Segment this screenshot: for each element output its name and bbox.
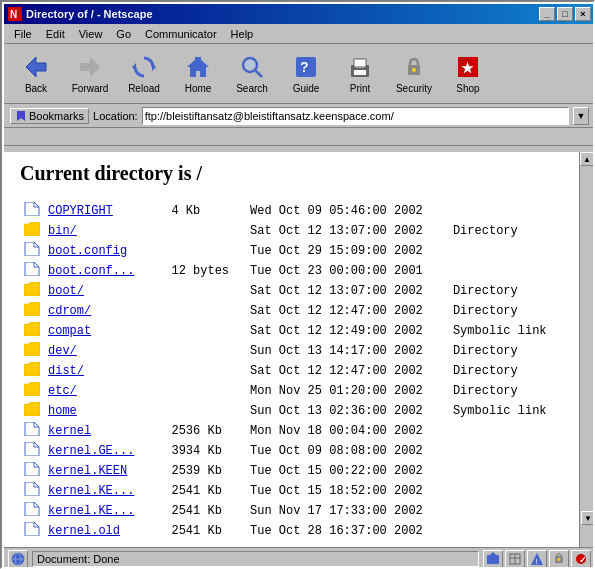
- file-type-cell: [449, 261, 563, 281]
- back-button[interactable]: Back: [10, 48, 62, 100]
- file-size-cell: 2541 Kb: [167, 521, 246, 541]
- menu-file[interactable]: File: [8, 26, 38, 42]
- file-type-cell: [449, 521, 563, 541]
- close-button[interactable]: ×: [575, 7, 591, 21]
- search-button[interactable]: Search: [226, 48, 278, 100]
- file-date-cell: Sun Oct 13 14:17:00 2002: [246, 341, 449, 361]
- file-link[interactable]: boot.conf...: [48, 264, 134, 278]
- file-link[interactable]: COPYRIGHT: [48, 204, 113, 218]
- file-size-cell: [167, 341, 246, 361]
- file-link[interactable]: kernel.old: [48, 524, 120, 538]
- file-link[interactable]: kernel.KEEN: [48, 464, 127, 478]
- maximize-button[interactable]: □: [557, 7, 573, 21]
- file-size-cell: [167, 301, 246, 321]
- file-name-cell[interactable]: boot.config: [44, 241, 167, 261]
- scrollbar[interactable]: ▲ ▼: [579, 152, 595, 547]
- file-size-cell: [167, 321, 246, 341]
- file-name-cell[interactable]: kernel: [44, 421, 167, 441]
- file-name-cell[interactable]: kernel.old: [44, 521, 167, 541]
- menu-view[interactable]: View: [73, 26, 109, 42]
- file-link[interactable]: home: [48, 404, 77, 418]
- file-link[interactable]: dist/: [48, 364, 84, 378]
- bookmarks-button[interactable]: Bookmarks: [10, 108, 89, 124]
- file-size-cell: 4 Kb: [167, 201, 246, 221]
- security-button[interactable]: Security: [388, 48, 440, 100]
- svg-marker-4: [80, 57, 100, 77]
- svg-point-35: [558, 558, 561, 561]
- file-link[interactable]: etc/: [48, 384, 77, 398]
- menu-bar: File Edit View Go Communicator Help: [4, 24, 595, 44]
- file-link[interactable]: kernel.KE...: [48, 484, 134, 498]
- file-type-cell: Directory: [449, 381, 563, 401]
- svg-rect-17: [356, 67, 364, 68]
- file-link[interactable]: kernel.GE...: [48, 444, 134, 458]
- location-input[interactable]: [142, 107, 569, 125]
- print-button[interactable]: Print: [334, 48, 386, 100]
- reload-icon: [130, 53, 158, 81]
- location-dropdown-button[interactable]: ▼: [573, 107, 589, 125]
- minimize-button[interactable]: _: [539, 7, 555, 21]
- doc-icon: [24, 522, 40, 536]
- folder-icon: [24, 362, 40, 376]
- file-link[interactable]: cdrom/: [48, 304, 91, 318]
- file-type-cell: Directory: [449, 361, 563, 381]
- status-bar: Document: Done !: [4, 547, 595, 569]
- file-link[interactable]: kernel.KE...: [48, 504, 134, 518]
- scroll-down-button[interactable]: ▼: [581, 511, 595, 525]
- file-type-cell: [449, 201, 563, 221]
- menu-go[interactable]: Go: [110, 26, 137, 42]
- file-name-cell[interactable]: boot/: [44, 281, 167, 301]
- file-link[interactable]: bin/: [48, 224, 77, 238]
- table-row: COPYRIGHT4 KbWed Oct 09 05:46:00 2002: [20, 201, 563, 221]
- file-listing: COPYRIGHT4 KbWed Oct 09 05:46:00 2002bin…: [20, 201, 563, 541]
- file-name-cell[interactable]: boot.conf...: [44, 261, 167, 281]
- file-name-cell[interactable]: etc/: [44, 381, 167, 401]
- table-row: dev/Sun Oct 13 14:17:00 2002Directory: [20, 341, 563, 361]
- reload-button[interactable]: Reload: [118, 48, 170, 100]
- file-name-cell[interactable]: COPYRIGHT: [44, 201, 167, 221]
- menu-help[interactable]: Help: [225, 26, 260, 42]
- status-icon-1: [483, 550, 503, 568]
- file-icon-cell: [20, 481, 44, 501]
- file-link[interactable]: compat: [48, 324, 91, 338]
- print-icon: [346, 53, 374, 81]
- file-size-cell: [167, 221, 246, 241]
- file-name-cell[interactable]: kernel.KE...: [44, 481, 167, 501]
- file-date-cell: Wed Oct 09 05:46:00 2002: [246, 201, 449, 221]
- file-icon-cell: [20, 221, 44, 241]
- main-content[interactable]: Current directory is / COPYRIGHT4 KbWed …: [4, 152, 579, 547]
- status-icon-5: ✓: [571, 550, 591, 568]
- shop-button[interactable]: ★ Shop: [442, 48, 494, 100]
- file-link[interactable]: kernel: [48, 424, 91, 438]
- file-link[interactable]: dev/: [48, 344, 77, 358]
- file-size-cell: 12 bytes: [167, 261, 246, 281]
- file-link[interactable]: boot/: [48, 284, 84, 298]
- file-name-cell[interactable]: kernel.KEEN: [44, 461, 167, 481]
- file-name-cell[interactable]: bin/: [44, 221, 167, 241]
- file-name-cell[interactable]: kernel.KE...: [44, 501, 167, 521]
- menu-edit[interactable]: Edit: [40, 26, 71, 42]
- doc-icon: [24, 262, 40, 276]
- file-icon-cell: [20, 361, 44, 381]
- guide-button[interactable]: ? Guide: [280, 48, 332, 100]
- file-name-cell[interactable]: cdrom/: [44, 301, 167, 321]
- doc-icon: [24, 242, 40, 256]
- file-icon-cell: [20, 341, 44, 361]
- file-link[interactable]: boot.config: [48, 244, 127, 258]
- menu-communicator[interactable]: Communicator: [139, 26, 223, 42]
- file-name-cell[interactable]: compat: [44, 321, 167, 341]
- table-row: kernel.GE...3934 KbTue Oct 09 08:08:00 2…: [20, 441, 563, 461]
- file-name-cell[interactable]: kernel.GE...: [44, 441, 167, 461]
- file-name-cell[interactable]: home: [44, 401, 167, 421]
- scroll-up-button[interactable]: ▲: [580, 152, 594, 166]
- file-name-cell[interactable]: dist/: [44, 361, 167, 381]
- file-name-cell[interactable]: dev/: [44, 341, 167, 361]
- forward-icon: [76, 53, 104, 81]
- table-row: homeSun Oct 13 02:36:00 2002Symbolic lin…: [20, 401, 563, 421]
- svg-text:✓: ✓: [579, 555, 587, 565]
- forward-button[interactable]: Forward: [64, 48, 116, 100]
- folder-icon: [24, 402, 40, 416]
- shop-icon: ★: [454, 53, 482, 81]
- file-icon-cell: [20, 421, 44, 441]
- home-button[interactable]: Home: [172, 48, 224, 100]
